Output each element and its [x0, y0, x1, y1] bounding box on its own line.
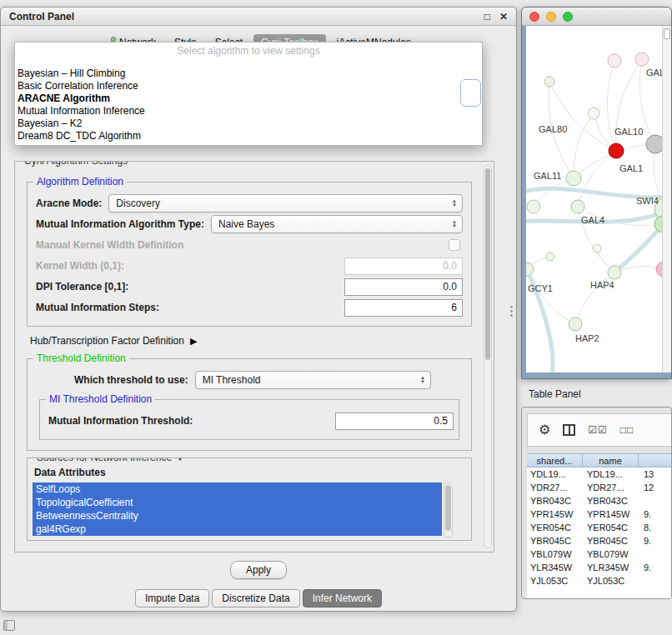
column-header[interactable]	[638, 453, 672, 468]
hub-definition-toggle[interactable]: Hub/Transcription Factor Definition ▶	[30, 335, 472, 347]
algorithm-dropdown-placeholder: Select algorithm to view settings	[15, 44, 482, 58]
chevron-updown-icon: ▲▼	[420, 376, 425, 384]
algorithm-option[interactable]: Basic Correlation Inference	[15, 80, 482, 92]
mi-threshold-value: 0.5	[434, 415, 448, 427]
window-title: Control Panel	[9, 11, 74, 22]
hub-definition-label: Hub/Transcription Factor Definition	[30, 335, 184, 347]
panel-splitter-handle[interactable]	[509, 305, 514, 318]
network-node[interactable]	[608, 54, 621, 68]
scrollbar-thumb[interactable]	[445, 485, 451, 531]
which-threshold-select[interactable]: MI Threshold ▲▼	[195, 371, 431, 389]
attribute-item[interactable]: SelfLoops	[33, 482, 442, 496]
dpi-tolerance-label: DPI Tolerance [0,1]:	[36, 281, 128, 292]
attribute-item[interactable]: TopologicalCoefficient	[33, 496, 442, 509]
table-row[interactable]: YBL079WYBL079W	[527, 548, 672, 561]
kernel-width-value: 0.0	[443, 260, 457, 272]
scrollbar-thumb[interactable]	[664, 28, 670, 39]
sources-title-text: Sources for Network Inference	[37, 458, 172, 463]
kernel-width-input[interactable]: 0.0	[344, 258, 463, 275]
network-window-titlebar[interactable]	[522, 8, 671, 26]
aracne-mode-select[interactable]: Discovery ▲▼	[108, 194, 463, 212]
manual-kernel-width-checkbox[interactable]	[449, 239, 460, 251]
table-cell: YPR145W	[527, 509, 584, 519]
zoom-traffic-icon[interactable]	[563, 12, 573, 22]
mi-threshold-input[interactable]: 0.5	[335, 412, 454, 430]
algorithm-option[interactable]: Bayesian – K2	[15, 118, 482, 130]
table-body: YDL19...YDL19...13YDR27...YDR27...12YBR0…	[527, 468, 672, 588]
algorithm-option[interactable]: Dream8 DC_TDC Algorithm	[15, 130, 482, 142]
network-node[interactable]	[588, 108, 599, 119]
bottom-tab-bar: Impute Data Discretize Data Infer Networ…	[1, 589, 516, 608]
network-edge	[574, 113, 594, 178]
chevron-updown-icon: ▲▼	[452, 220, 457, 228]
algorithm-definition-group: Algorithm Definition Aracne Mode: Discov…	[27, 182, 472, 327]
table-cell: YLR345W	[527, 562, 584, 572]
network-node[interactable]	[646, 135, 664, 153]
network-node[interactable]	[593, 244, 601, 252]
float-window-icon[interactable]: □	[484, 12, 490, 22]
network-canvas[interactable]: GAL80GAL10GAL11GAL1SWI4GAL4GCY1HAP4HAP2G…	[526, 26, 664, 372]
algorithm-option[interactable]: ARACNE Algorithm	[15, 92, 482, 105]
mi-algorithm-type-select[interactable]: Naive Bayes ▲▼	[211, 215, 463, 233]
control-panel-window: Control Panel □ ✕ Network Style Select C…	[0, 7, 517, 612]
mi-steps-input[interactable]: 6	[344, 299, 463, 317]
attribute-item[interactable]: gal4RGexp	[33, 522, 442, 536]
network-node[interactable]	[569, 318, 582, 331]
deselect-all-icon[interactable]: □□	[620, 424, 634, 436]
table-cell: YLR345W	[584, 562, 640, 572]
attribute-item[interactable]: BetweennessCentrality	[33, 509, 442, 522]
control-panel-titlebar[interactable]: Control Panel □ ✕	[1, 8, 516, 26]
node-label: SWI4	[636, 196, 659, 206]
attribute-list-scrollbar[interactable]	[444, 482, 453, 538]
network-node[interactable]	[566, 171, 581, 186]
column-header[interactable]: name	[582, 453, 639, 468]
aracne-mode-label: Aracne Mode:	[36, 198, 102, 209]
columns-icon[interactable]	[563, 424, 575, 436]
minimized-panel-icon[interactable]	[3, 620, 15, 631]
sources-group-title[interactable]: Sources for Network Inference ▼	[33, 458, 188, 463]
gear-icon[interactable]: ⚙	[539, 423, 550, 437]
network-canvas-area[interactable]: GAL80GAL10GAL11GAL1SWI4GAL4GCY1HAP4HAP2G…	[526, 26, 671, 372]
column-header[interactable]: shared...	[527, 453, 583, 468]
table-cell: 9.	[640, 536, 672, 546]
table-cell: YJL053C	[584, 576, 640, 586]
select-all-icon[interactable]: ☑☑	[588, 424, 608, 436]
tab-impute-data[interactable]: Impute Data	[135, 589, 209, 608]
settings-vertical-scrollbar[interactable]	[484, 165, 492, 548]
table-row[interactable]: YDR27...YDR27...12	[527, 481, 672, 494]
network-vertical-scrollbar[interactable]	[662, 26, 671, 372]
table-row[interactable]: YLR345WYLR345W9.	[527, 561, 672, 574]
table-row[interactable]: YJL053CYJL053C	[527, 574, 672, 588]
table-row[interactable]: YER054CYER054C8.	[527, 521, 672, 534]
network-node[interactable]	[609, 143, 624, 158]
algorithm-option[interactable]: Bayesian – Hill Climbing	[15, 68, 482, 80]
network-node[interactable]	[527, 200, 540, 213]
tab-infer-network[interactable]: Infer Network	[303, 589, 382, 608]
node-label: GAL4	[581, 215, 604, 225]
node-label: GAL80	[539, 124, 567, 134]
table-row[interactable]: YDL19...YDL19...13	[527, 468, 672, 481]
mi-algorithm-type-value: Naive Bayes	[218, 218, 274, 230]
minimize-traffic-icon[interactable]	[546, 12, 556, 22]
algorithm-dropdown-list: Bayesian – Hill ClimbingBasic Correlatio…	[15, 68, 482, 142]
close-traffic-icon[interactable]	[529, 12, 539, 22]
algorithm-option[interactable]: Mutual Information Inference	[15, 105, 482, 118]
network-edge	[614, 224, 663, 272]
dpi-tolerance-input[interactable]: 0.0	[344, 278, 463, 296]
table-row[interactable]: YBR045CYBR045C9.	[527, 534, 672, 548]
close-icon[interactable]: ✕	[499, 12, 508, 22]
network-node[interactable]	[635, 52, 649, 66]
node-label: GAL1	[619, 163, 643, 173]
apply-button[interactable]: Apply	[230, 561, 287, 579]
table-row[interactable]: YPR145WYPR145W9.	[527, 508, 672, 521]
tab-discretize-data[interactable]: Discretize Data	[212, 589, 299, 608]
table-cell: YDR27...	[527, 482, 584, 492]
table-cell: YBL079W	[584, 549, 640, 559]
network-node[interactable]	[608, 266, 621, 279]
table-row[interactable]: YBR043CYBR043C	[527, 494, 672, 508]
network-node[interactable]	[546, 252, 554, 261]
scrollbar-thumb[interactable]	[485, 168, 490, 360]
network-edge	[578, 151, 616, 207]
network-node[interactable]	[571, 200, 584, 213]
network-node[interactable]	[544, 77, 554, 87]
